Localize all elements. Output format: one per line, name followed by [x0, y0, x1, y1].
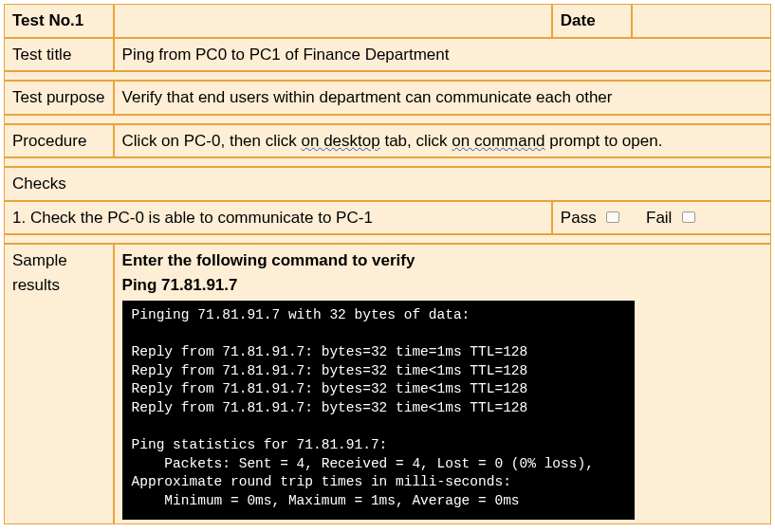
procedure-label: Procedure [4, 124, 114, 158]
terminal-output: Pinging 71.81.91.7 with 32 bytes of data… [122, 301, 635, 520]
test-form-table: Test No.1 Date Test title Ping from PC0 … [4, 4, 771, 524]
date-label: Date [552, 4, 632, 38]
procedure-wavy-1: on desktop [302, 132, 380, 150]
test-title-value: Ping from PC0 to PC1 of Finance Departme… [114, 38, 771, 72]
procedure-text-prefix: Click on PC-0, then click [122, 132, 302, 150]
sample-results-value: Enter the following command to verify Pi… [114, 244, 771, 524]
test-purpose-label: Test purpose [4, 81, 114, 115]
fail-label: Fail [646, 209, 672, 227]
check-result: Pass Fail [552, 201, 771, 235]
spacer [4, 157, 771, 167]
procedure-text-mid: tab, click [380, 132, 452, 150]
sample-results-label: Sample results [4, 244, 114, 524]
sample-command: Ping 71.81.91.7 [122, 273, 763, 298]
test-no-label: Test No.1 [4, 4, 114, 38]
date-value [632, 4, 771, 38]
test-purpose-value: Verify that end users within department … [114, 81, 771, 115]
pass-label: Pass [561, 209, 597, 227]
procedure-wavy-2: on command [452, 132, 544, 150]
checks-header: Checks [4, 167, 771, 201]
check-item-1: 1. Check the PC-0 is able to communicate… [4, 201, 552, 235]
sample-instruction: Enter the following command to verify [122, 248, 763, 273]
spacer [4, 234, 771, 244]
fail-checkbox[interactable] [682, 211, 695, 223]
spacer [4, 71, 771, 81]
test-no-value [114, 4, 552, 38]
pass-checkbox[interactable] [606, 211, 619, 223]
procedure-text-suffix: prompt to open. [545, 132, 663, 150]
test-title-label: Test title [4, 38, 114, 72]
procedure-value: Click on PC-0, then click on desktop tab… [114, 124, 771, 158]
spacer [4, 115, 771, 124]
